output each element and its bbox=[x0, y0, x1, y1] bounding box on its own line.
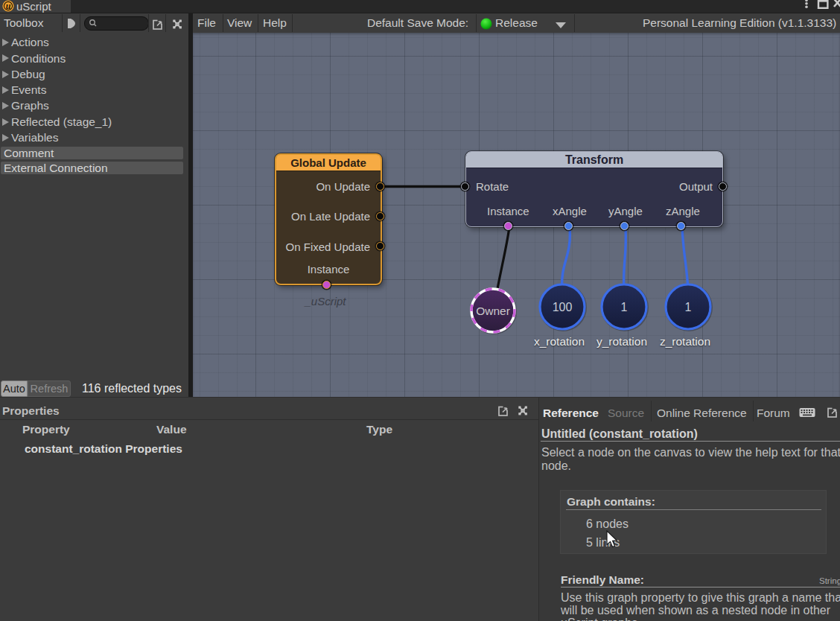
svg-text:u: u bbox=[6, 1, 11, 11]
svg-text:100: 100 bbox=[553, 301, 573, 313]
svg-text:1: 1 bbox=[621, 301, 628, 313]
svg-text:Owner: Owner bbox=[476, 305, 510, 317]
svg-text:1: 1 bbox=[685, 301, 692, 313]
